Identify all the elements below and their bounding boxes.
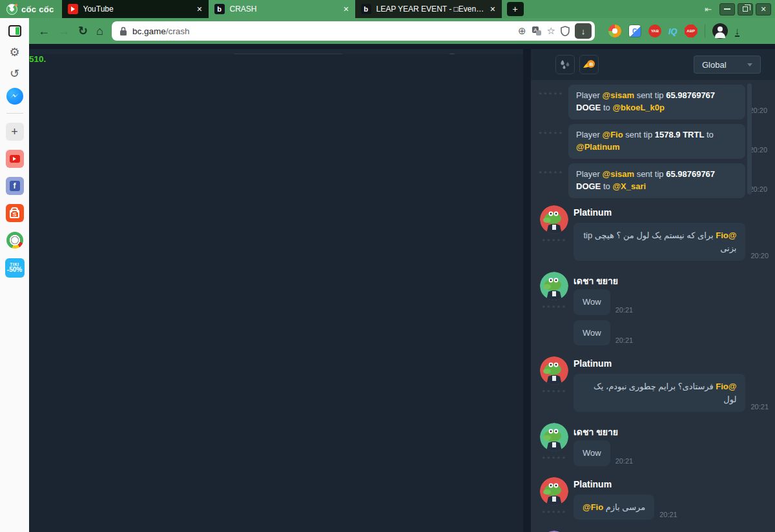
message-text: sent tip xyxy=(634,90,666,100)
bcgame-favicon-icon: b xyxy=(361,4,371,14)
mention[interactable]: @sisam xyxy=(602,90,634,100)
chat-username[interactable]: Platinum xyxy=(574,479,769,492)
bcgame-page: 0.47973117 TRTL xyxy=(29,44,775,532)
browser-tab[interactable]: bLEAP YEAR EVENT - □Event - C✕ xyxy=(355,0,502,18)
chat-username[interactable]: เดชา ขยาย xyxy=(574,274,769,287)
timestamp: 20:20 xyxy=(749,107,767,114)
download-page-button[interactable]: ↓ xyxy=(575,23,592,39)
chat-username[interactable]: เดชา ขยาย xyxy=(574,425,769,438)
chat-bubble: Wow xyxy=(574,289,610,315)
mention[interactable]: @Platinum xyxy=(576,142,620,152)
bookmark-star-icon[interactable]: ☆ xyxy=(547,25,555,37)
message-text: Wow xyxy=(583,297,601,307)
message-text: Player xyxy=(576,169,602,179)
chat-scrollbar[interactable] xyxy=(747,83,752,194)
mention[interactable]: @X_sari xyxy=(612,181,646,191)
coccoc-brand-label: cốc cốc xyxy=(21,5,54,14)
chat-bubble-row: Wow20:21 xyxy=(574,440,769,466)
downloads-tray-icon[interactable]: ↓ xyxy=(735,26,740,37)
facebook-shortcut-icon[interactable]: f xyxy=(6,177,24,195)
message-text: sent tip xyxy=(634,169,666,179)
mention[interactable]: @Fio xyxy=(716,382,736,391)
iq-extension-icon[interactable]: IQ xyxy=(668,26,677,36)
avatar[interactable] xyxy=(540,356,568,385)
add-shortcut-button[interactable]: + xyxy=(6,123,24,141)
chat-bubble: Player @sisam sent tip 65.98769767 DOGE … xyxy=(568,163,745,198)
rank-stars: ★★★★★ xyxy=(540,509,568,515)
reload-button[interactable]: ↻ xyxy=(78,24,88,38)
rank-stars: ★★★★★ xyxy=(540,304,568,309)
adblock-extension-icon[interactable]: ABP xyxy=(685,25,698,37)
browser-tab[interactable]: YouTube✕ xyxy=(62,0,209,18)
message-text: to xyxy=(601,181,612,191)
messenger-icon[interactable] xyxy=(6,88,23,105)
coccoc-brand[interactable]: cốc cốc xyxy=(0,0,62,18)
rank-stars: ★★★★★ xyxy=(540,455,568,460)
address-bar[interactable]: bc.game/crash ⊕ A ☆ ↓ xyxy=(112,21,595,41)
zoom-page-icon[interactable]: ⊕ xyxy=(518,25,526,37)
avatar[interactable] xyxy=(540,205,568,234)
dock-sidebar-icon[interactable]: ⇤ xyxy=(705,5,712,14)
history-icon[interactable]: ↺ xyxy=(10,68,19,79)
rank-stars: ★★★★★ xyxy=(536,130,566,136)
tab-strip: cốc cốc YouTube✕bCRASH✕bLEAP YEAR EVENT … xyxy=(0,0,775,18)
chat-username[interactable]: Platinum xyxy=(574,207,769,220)
rank-stars: ★★★★★ xyxy=(536,91,566,96)
mention[interactable]: @Fio xyxy=(583,502,603,512)
profit-cell: ฿510.000000 xyxy=(424,511,485,522)
rain-drops-icon xyxy=(559,59,571,70)
mention[interactable]: @Fio xyxy=(602,130,623,139)
chat-bubble: @Fio برای که نیستم یک لول من ؟ هیچی tip … xyxy=(574,223,745,261)
message-text: مرسی بازم xyxy=(603,502,645,512)
bets-table-body: 21992522.88xBang46.0000000TRTL-46.000000… xyxy=(29,256,523,532)
sidebar-toggle-icon[interactable] xyxy=(8,25,21,37)
chat-message: ★★★★★Platinum@Fio فرستادی؟ برایم چطوری ن… xyxy=(536,358,769,412)
rank-stars: ★★★★★ xyxy=(540,238,568,243)
mention[interactable]: @sisam xyxy=(602,169,634,179)
rain-button[interactable] xyxy=(555,55,575,74)
svg-text:B: B xyxy=(590,61,594,67)
restore-button[interactable] xyxy=(738,3,753,15)
browser-tab[interactable]: bCRASH✕ xyxy=(209,0,355,18)
chat-panel: B Global ★★★★★Player @sisam sent tip 65.… xyxy=(531,49,775,532)
fireball-icon: B xyxy=(583,59,595,70)
close-window-button[interactable]: ✕ xyxy=(756,3,771,15)
timestamp: 20:21 xyxy=(615,336,634,345)
minimize-button[interactable] xyxy=(719,3,735,15)
close-tab-icon[interactable]: ✕ xyxy=(196,5,202,14)
bet-value: 510.000000 xyxy=(455,511,484,521)
avatar[interactable] xyxy=(540,423,568,451)
mention[interactable]: @Fio xyxy=(716,230,736,240)
translate-page-icon[interactable]: A xyxy=(532,26,542,36)
fireball-button[interactable]: B xyxy=(579,55,599,74)
shopee-shortcut-icon[interactable]: S xyxy=(6,204,24,222)
mention[interactable]: @bkoeL_k0p xyxy=(612,103,665,112)
avatar[interactable] xyxy=(540,272,568,300)
chat-username[interactable]: Platinum xyxy=(574,358,769,371)
shield-icon[interactable] xyxy=(561,26,570,36)
chat-message: ★★★★★เดชา ขยายWow20:21Wow20:21 xyxy=(536,274,769,345)
yab-extension-icon[interactable]: YAB xyxy=(648,25,661,37)
avatar[interactable] xyxy=(540,477,568,506)
home-button[interactable]: ⌂ xyxy=(96,25,103,38)
timestamp: 20:20 xyxy=(750,252,769,261)
back-button[interactable]: ← xyxy=(38,25,50,38)
forward-button[interactable]: → xyxy=(58,25,70,38)
coccoc-shortcut-icon[interactable] xyxy=(6,231,24,249)
coccoc-extension-icon[interactable] xyxy=(608,25,621,37)
tiki-shortcut-icon[interactable]: TIKI-50% xyxy=(5,258,25,278)
tab-title: LEAP YEAR EVENT - □Event - C xyxy=(377,5,485,14)
chat-channel-selector[interactable]: Global xyxy=(694,56,761,74)
close-tab-icon[interactable]: ✕ xyxy=(490,5,495,14)
chat-bubble: @Fio مرسی بازم xyxy=(574,495,654,520)
profile-avatar-icon[interactable] xyxy=(712,23,728,39)
close-tab-icon[interactable]: ✕ xyxy=(343,5,349,14)
settings-gear-icon[interactable]: ⚙ xyxy=(9,46,19,58)
youtube-shortcut-icon[interactable] xyxy=(6,150,24,168)
bets-section: ALL BETS MY BET History GAME ID RESULT P… xyxy=(29,154,523,532)
message-text: Wow xyxy=(583,448,601,458)
tab-title: YouTube xyxy=(83,5,192,14)
translate-extension-icon[interactable]: G xyxy=(628,25,641,37)
new-tab-button[interactable]: + xyxy=(507,2,524,16)
timestamp: 20:20 xyxy=(749,185,767,193)
